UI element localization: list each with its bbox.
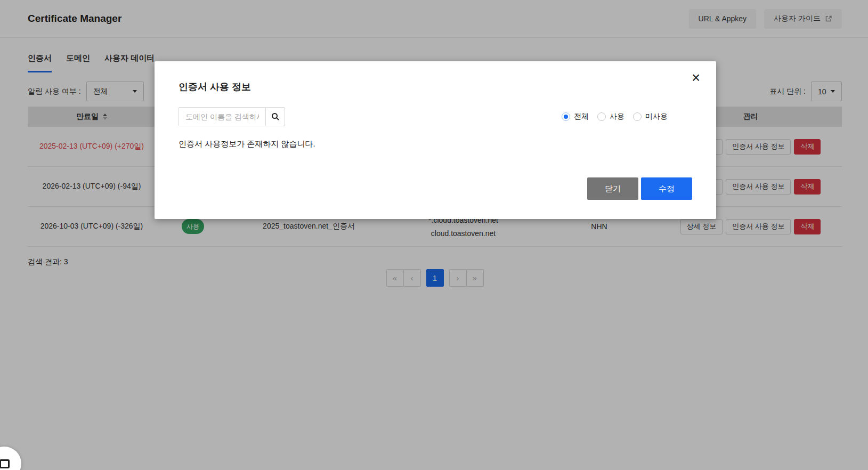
radio-unselected-icon: [597, 112, 606, 121]
modal-footer: 닫기 수정: [587, 177, 692, 200]
modal-close-button[interactable]: 닫기: [587, 177, 638, 200]
search-icon: [271, 112, 280, 121]
empty-message: 인증서 사용정보가 존재하지 않습니다.: [179, 139, 692, 149]
search-button[interactable]: [265, 107, 285, 126]
radio-all-label: 전체: [574, 112, 589, 121]
radio-selected-icon: [562, 112, 570, 121]
certificate-usage-modal: × 인증서 사용 정보 전체 사용 미사용 인증서 사용정보가 존재하지 않: [155, 61, 716, 219]
radio-unselected-icon: [633, 112, 642, 121]
close-icon[interactable]: ×: [692, 71, 700, 85]
radio-unused[interactable]: 미사용: [633, 112, 668, 121]
domain-search-input[interactable]: [179, 107, 266, 126]
radio-all[interactable]: 전체: [562, 112, 589, 121]
usage-radio-group: 전체 사용 미사용: [562, 112, 692, 121]
modal-title: 인증서 사용 정보: [179, 80, 692, 93]
radio-used[interactable]: 사용: [597, 112, 624, 121]
radio-unused-label: 미사용: [645, 112, 668, 121]
modal-edit-button[interactable]: 수정: [641, 177, 692, 200]
chat-icon: [0, 459, 10, 468]
radio-used-label: 사용: [610, 112, 624, 121]
modal-search-row: 전체 사용 미사용: [179, 107, 692, 126]
